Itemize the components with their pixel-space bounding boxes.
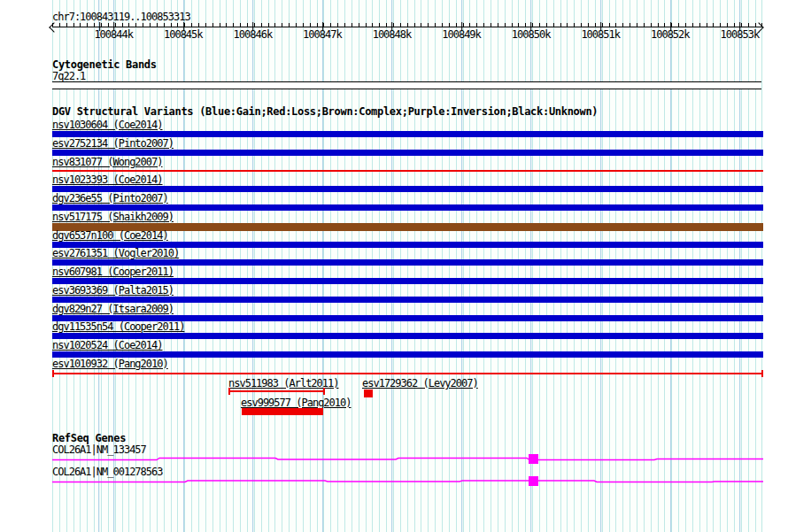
- variant-row: nsv1023393 (Coe2014): [52, 174, 763, 193]
- ruler-tick-label: 100853k: [699, 29, 779, 41]
- ruler-tick-label: 100852k: [630, 29, 710, 41]
- variant-row: esv2752134 (Pinto2007): [52, 138, 763, 157]
- variant-row: nsv831077 (Wong2007): [52, 157, 763, 175]
- variant-row: dgv6537n100 (Coe2014): [52, 230, 763, 249]
- variant-loss-ibeam-glyph[interactable]: [228, 388, 325, 395]
- variant-label[interactable]: nsv1020524 (Coe2014): [52, 340, 163, 351]
- variant-gain-glyph[interactable]: [52, 131, 763, 137]
- cytogenetic-band-rect[interactable]: [52, 81, 761, 89]
- variant-label[interactable]: esv2761351 (Vogler2010): [52, 248, 179, 259]
- variant-loss-box-glyph[interactable]: [364, 389, 373, 397]
- ruler-tick-label: 100851k: [560, 29, 640, 41]
- ruler-tick-label: 100846k: [212, 29, 292, 41]
- variant-row: dgv236e55 (Pinto2007): [52, 193, 763, 212]
- variant-gain-glyph[interactable]: [52, 297, 763, 303]
- gene-intron-path: [52, 459, 763, 460]
- variant-loss-line-glyph[interactable]: [52, 170, 763, 172]
- variant-row: dgv11535n54 (Cooper2011): [52, 321, 763, 340]
- variant-label[interactable]: dgv6537n100 (Coe2014): [52, 230, 168, 242]
- ruler-tick-label: 100847k: [282, 29, 362, 41]
- ibeam-right-cap: [323, 388, 325, 395]
- variant-row: dgv829n27 (Itsara2009): [52, 304, 763, 322]
- ruler-tick-label: 100845k: [143, 29, 223, 41]
- variant-label[interactable]: dgv829n27 (Itsara2009): [52, 304, 174, 315]
- variant-label[interactable]: esv1729362 (Levy2007): [362, 378, 478, 389]
- gene-model-line[interactable]: [52, 455, 763, 464]
- variant-loss-ibeam-glyph[interactable]: [52, 370, 763, 377]
- variant-label[interactable]: dgv236e55 (Pinto2007): [52, 193, 168, 204]
- dgv-section-title: DGV Structural Variants (Blue:Gain;Red:L…: [52, 106, 598, 118]
- variant-label[interactable]: esv3693369 (Palta2015): [52, 285, 174, 297]
- variant-row: esv1010932 (Pang2010): [52, 359, 763, 377]
- ruler-tick-label: 100849k: [421, 29, 501, 41]
- variant-row: nsv517175 (Shaikh2009): [52, 212, 763, 230]
- ibeam-left-cap: [52, 370, 54, 377]
- variant-label[interactable]: nsv1030604 (Coe2014): [52, 120, 163, 131]
- variant-label[interactable]: nsv831077 (Wong2007): [52, 157, 163, 168]
- variant-label[interactable]: nsv517175 (Shaikh2009): [52, 212, 174, 223]
- gene-exon-box[interactable]: [529, 476, 538, 486]
- ruler-axis-line: [52, 27, 762, 27]
- variant-label[interactable]: dgv11535n54 (Cooper2011): [52, 321, 184, 333]
- ibeam-line: [52, 373, 763, 374]
- variant-row: nsv1030604 (Coe2014): [52, 120, 763, 138]
- gene-exon-box[interactable]: [529, 454, 538, 464]
- variant-row: nsv607981 (Cooper2011): [52, 266, 763, 285]
- variant-label[interactable]: nsv1023393 (Coe2014): [52, 174, 163, 186]
- variant-gain-glyph[interactable]: [52, 150, 763, 156]
- ruler-tick-label: 100850k: [491, 29, 571, 41]
- ruler-tick-label: 100848k: [352, 29, 431, 41]
- variant-row: nsv1020524 (Coe2014): [52, 340, 763, 359]
- gene-intron-path: [52, 481, 763, 482]
- variant-loss-box-glyph[interactable]: [242, 408, 323, 415]
- ibeam-right-cap: [761, 370, 763, 377]
- ibeam-left-cap: [228, 388, 230, 395]
- ibeam-line: [228, 390, 325, 392]
- ruler-tick-label: 100844k: [73, 29, 153, 41]
- genome-browser-view: chr7:100843119..100853313 100844k100845k…: [0, 0, 788, 532]
- gene-model-line[interactable]: [52, 477, 763, 486]
- variant-label[interactable]: esv2752134 (Pinto2007): [52, 138, 174, 150]
- variant-row: esv2761351 (Vogler2010): [52, 248, 763, 266]
- variant-row: esv3693369 (Palta2015): [52, 285, 763, 304]
- variant-label[interactable]: esv1010932 (Pang2010): [52, 359, 168, 370]
- variant-label[interactable]: nsv607981 (Cooper2011): [52, 266, 174, 278]
